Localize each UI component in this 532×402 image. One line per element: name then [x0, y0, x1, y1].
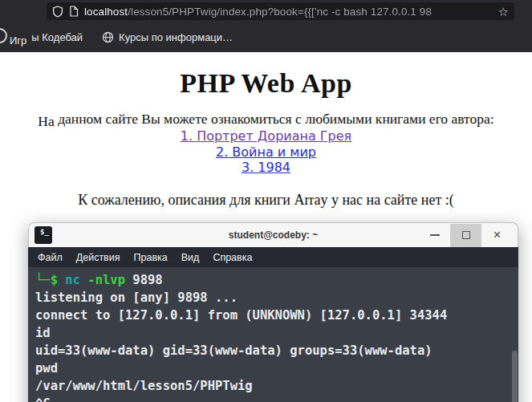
maximize-icon: [462, 231, 470, 239]
window-controls: ×: [419, 224, 513, 247]
terminal-scrollbar[interactable]: [512, 351, 518, 402]
bookmark-label-part: ы Кодебай: [31, 31, 83, 43]
close-button[interactable]: ×: [481, 224, 513, 247]
minimize-icon: [430, 234, 440, 236]
shield-icon[interactable]: [52, 6, 63, 18]
menu-item[interactable]: Правка: [134, 252, 168, 263]
clipped-circle-icon: [0, 28, 7, 43]
menu-item[interactable]: Файл: [38, 252, 63, 263]
terminal-line: └─$ nc -nlvp 9898: [35, 271, 518, 289]
terminal-line: connect to [127.0.0.1] from (UNKNOWN) [1…: [35, 307, 518, 324]
menu-item[interactable]: Действия: [76, 252, 120, 263]
maximize-button[interactable]: [450, 224, 481, 247]
intro-text-part: На: [38, 113, 54, 130]
bookmark-label-part: Игр: [10, 35, 26, 47]
screen: localhost/lesson5/PHPTwig/index.php?book…: [0, 0, 532, 402]
terminal-menubar: ФайлДействияПравкаВидСправка: [28, 247, 518, 267]
bookmarks-bar: Игры Кодебай Курсы по информаци…: [0, 22, 532, 52]
terminal-output[interactable]: └─$ nc -nlvp 9898listening on [any] 9898…: [28, 267, 518, 402]
terminal-line: uid=33(www-data) gid=33(www-data) groups…: [35, 342, 518, 359]
terminal-icon: $_: [35, 226, 52, 244]
browser-toolbar: localhost/lesson5/PHPTwig/index.php?book…: [0, 0, 532, 22]
menu-item[interactable]: Справка: [213, 252, 252, 263]
bookmark-item-courses[interactable]: Курсы по информаци…: [102, 31, 233, 43]
book-link[interactable]: 2. Война и мир: [0, 144, 532, 160]
bookmark-item-codeby[interactable]: Игры Кодебай: [10, 31, 83, 43]
not-found-text: К сожалению, описания для книги Array у …: [0, 192, 532, 209]
intro-text-part: данном сайте Вы можете ознакомиться с лю…: [55, 111, 494, 127]
intro-text: На данном сайте Вы можете ознакомиться с…: [0, 111, 532, 128]
globe-icon: [102, 31, 114, 43]
book-link[interactable]: 1. Портрет Дориана Грея: [0, 128, 532, 144]
terminal-window: $_ student@codeby: ~ × ФайлДействияПравк…: [28, 222, 518, 402]
terminal-line: listening on [any] 9898 ...: [35, 289, 518, 307]
page-title: PHP Web App: [0, 52, 532, 99]
bookmark-label: Курсы по информаци…: [119, 31, 233, 43]
terminal-line: /var/www/html/lesson5/PHPTwig: [35, 377, 518, 395]
url-text[interactable]: localhost/lesson5/PHPTwig/index.php?book…: [84, 6, 493, 18]
terminal-line: id: [35, 324, 518, 342]
address-bar[interactable]: localhost/lesson5/PHPTwig/index.php?book…: [47, 2, 514, 20]
terminal-titlebar[interactable]: $_ student@codeby: ~ ×: [28, 222, 518, 247]
terminal-line: ^C: [35, 395, 518, 402]
book-link[interactable]: 3. 1984: [0, 160, 532, 176]
terminal-line: pwd: [35, 359, 518, 377]
bookmark-star-icon[interactable]: ☆: [498, 6, 509, 18]
book-links: 1. Портрет Дориана Грея2. Война и мир3. …: [0, 128, 532, 176]
web-page: PHP Web App На данном сайте Вы можете оз…: [0, 52, 532, 402]
url-path: /lesson5/PHPTwig/index.php?book={{['nc -…: [128, 6, 432, 18]
page-icon[interactable]: [69, 6, 79, 17]
minimize-button[interactable]: [419, 224, 450, 247]
menu-item[interactable]: Вид: [181, 252, 200, 263]
url-host: localhost: [84, 6, 128, 18]
